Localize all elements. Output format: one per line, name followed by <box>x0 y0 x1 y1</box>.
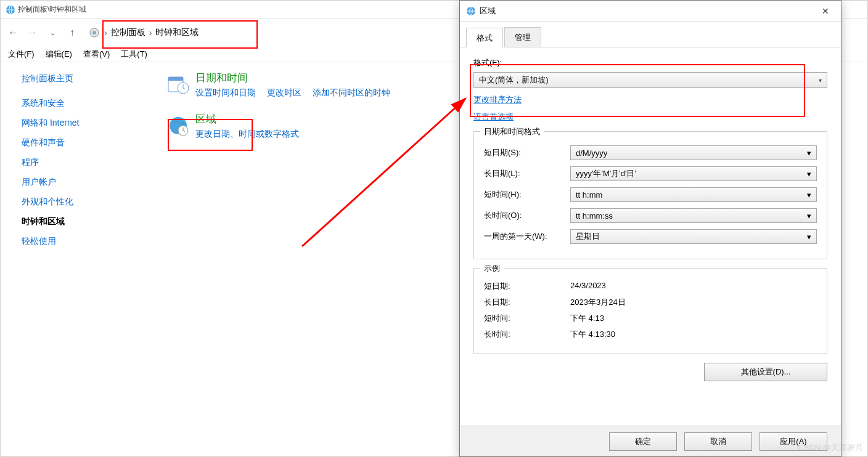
recent-dropdown[interactable]: ⌄ <box>46 26 59 39</box>
sidebar-item-accounts[interactable]: 用户帐户 <box>22 177 161 188</box>
combo-short-time-value: tt h:mm <box>576 190 602 200</box>
example-group-title: 示例 <box>480 263 504 274</box>
close-button[interactable]: ✕ <box>816 5 835 17</box>
link-change-formats[interactable]: 更改日期、时间或数字格式 <box>195 129 299 140</box>
ex-label-long-time: 长时间: <box>484 329 570 340</box>
sidebar-item-hardware[interactable]: 硬件和声音 <box>22 137 161 148</box>
up-button[interactable]: ↑ <box>66 26 78 39</box>
format-label: 格式(F): <box>473 57 827 68</box>
combo-long-date[interactable]: yyyy'年'M'月'd'日' ▾ <box>570 166 817 181</box>
row-first-day: 一周的第一天(W): 星期日 ▾ <box>484 229 817 244</box>
combo-short-date[interactable]: d/M/yyyy ▾ <box>570 145 817 160</box>
forward-button[interactable]: → <box>27 26 39 39</box>
control-panel-icon <box>88 26 100 39</box>
back-button[interactable]: ← <box>7 26 19 39</box>
link-set-datetime[interactable]: 设置时间和日期 <box>195 87 256 99</box>
label-short-time: 短时间(H): <box>484 189 570 200</box>
combo-first-day-value: 星期日 <box>576 231 600 242</box>
combo-long-time-value: tt h:mm:ss <box>576 211 613 220</box>
region-dialog: 区域 ✕ 格式 管理 格式(F): 中文(简体，新加坡) ▾ 更改排序方法 语言… <box>459 0 841 457</box>
ex-value-short-time: 下午 4:13 <box>570 313 604 324</box>
row-short-date: 短日期(S): d/M/yyyy ▾ <box>484 145 817 160</box>
section-datetime-title[interactable]: 日期和时间 <box>195 71 390 85</box>
globe-icon <box>466 6 476 16</box>
breadcrumb-child[interactable]: 时钟和区域 <box>155 27 199 38</box>
label-long-time: 长时间(O): <box>484 210 570 221</box>
format-combo-value: 中文(简体，新加坡) <box>479 75 549 86</box>
breadcrumb[interactable]: › 控制面板 › 时钟和区域 <box>104 27 199 38</box>
chevron-down-icon: ▾ <box>807 169 811 179</box>
breadcrumb-root[interactable]: 控制面板 <box>111 27 145 38</box>
link-add-clocks[interactable]: 添加不同时区的时钟 <box>313 87 390 99</box>
format-group-title: 日期和时间格式 <box>480 126 544 137</box>
sidebar-item-clock-region[interactable]: 时钟和区域 <box>22 216 161 227</box>
combo-long-date-value: yyyy'年'M'月'd'日' <box>576 168 636 179</box>
tab-admin[interactable]: 管理 <box>504 27 541 47</box>
window-title: 控制面板\时钟和区域 <box>18 4 86 15</box>
link-change-sort[interactable]: 更改排序方法 <box>473 95 522 104</box>
format-group: 日期和时间格式 短日期(S): d/M/yyyy ▾ 长日期(L): yyyy'… <box>473 131 827 259</box>
sidebar-item-programs[interactable]: 程序 <box>22 157 161 168</box>
sidebar-item-system[interactable]: 系统和安全 <box>22 98 161 109</box>
row-long-time: 长时间(O): tt h:mm:ss ▾ <box>484 208 817 223</box>
label-short-date: 短日期(S): <box>484 147 570 158</box>
cancel-button[interactable]: 取消 <box>684 432 752 451</box>
dialog-titlebar[interactable]: 区域 ✕ <box>460 1 841 22</box>
ex-value-long-time: 下午 4:13:30 <box>570 329 615 340</box>
chevron-right-icon: › <box>149 28 152 38</box>
menu-view[interactable]: 查看(V) <box>83 49 110 60</box>
tab-formats[interactable]: 格式 <box>466 28 503 47</box>
menu-file[interactable]: 文件(F) <box>8 49 35 60</box>
ex-label-short-date: 短日期: <box>484 281 570 292</box>
dialog-body: 格式(F): 中文(简体，新加坡) ▾ 更改排序方法 语言首选项 日期和时间格式… <box>460 47 841 381</box>
svg-rect-4 <box>168 77 183 81</box>
dialog-footer: 确定 取消 应用(A) <box>460 426 841 456</box>
chevron-down-icon: ▾ <box>807 211 811 220</box>
sidebar-header[interactable]: 控制面板主页 <box>22 73 161 84</box>
svg-point-2 <box>92 31 96 34</box>
sidebar: 控制面板主页 系统和安全 网络和 Internet 硬件和声音 程序 用户帐户 … <box>1 62 161 456</box>
ex-value-long-date: 2023年3月24日 <box>570 297 626 308</box>
row-short-time: 短时间(H): tt h:mm ▾ <box>484 187 817 202</box>
globe-icon <box>6 5 15 15</box>
ok-button[interactable]: 确定 <box>609 432 677 451</box>
other-settings-button[interactable]: 其他设置(D)... <box>704 363 827 381</box>
ex-value-short-date: 24/3/2023 <box>570 281 606 292</box>
chevron-down-icon: ▾ <box>807 232 811 241</box>
label-first-day: 一周的第一天(W): <box>484 231 570 242</box>
link-change-tz[interactable]: 更改时区 <box>267 87 301 99</box>
tabstrip: 格式 管理 <box>460 25 841 47</box>
ex-label-short-time: 短时间: <box>484 313 570 324</box>
label-long-date: 长日期(L): <box>484 168 570 179</box>
menu-edit[interactable]: 编辑(E) <box>46 49 72 60</box>
combo-long-time[interactable]: tt h:mm:ss ▾ <box>570 208 817 223</box>
datetime-icon <box>161 71 195 97</box>
watermark: CSDN @天泽岁月 <box>798 442 863 453</box>
chevron-down-icon: ▾ <box>819 77 822 84</box>
section-region-title[interactable]: 区域 <box>195 112 299 126</box>
menu-tools[interactable]: 工具(T) <box>121 49 147 60</box>
ex-label-long-date: 长日期: <box>484 297 570 308</box>
example-group: 示例 短日期:24/3/2023 长日期:2023年3月24日 短时间:下午 4… <box>473 268 827 354</box>
combo-short-time[interactable]: tt h:mm ▾ <box>570 187 817 202</box>
combo-short-date-value: d/M/yyyy <box>576 148 607 158</box>
chevron-down-icon: ▾ <box>807 148 811 158</box>
sidebar-item-network[interactable]: 网络和 Internet <box>22 118 161 129</box>
row-long-date: 长日期(L): yyyy'年'M'月'd'日' ▾ <box>484 166 817 181</box>
combo-first-day[interactable]: 星期日 ▾ <box>570 229 817 244</box>
region-icon <box>161 112 195 138</box>
link-language-prefs[interactable]: 语言首选项 <box>473 112 514 121</box>
chevron-down-icon: ▾ <box>807 190 811 200</box>
format-combo[interactable]: 中文(简体，新加坡) ▾ <box>473 72 827 88</box>
chevron-right-icon: › <box>104 28 107 38</box>
sidebar-item-ease[interactable]: 轻松使用 <box>22 236 161 247</box>
sidebar-item-appearance[interactable]: 外观和个性化 <box>22 196 161 208</box>
dialog-title: 区域 <box>480 6 496 17</box>
